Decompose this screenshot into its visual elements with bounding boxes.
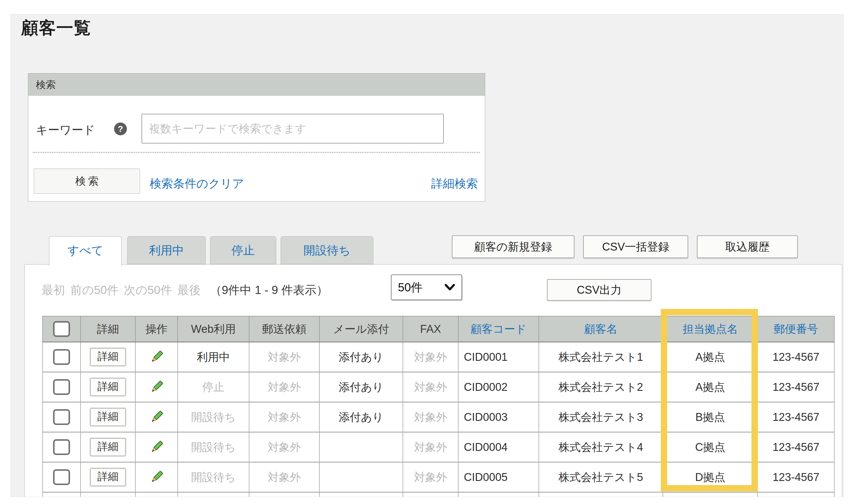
edit-pencil-icon[interactable] xyxy=(149,379,164,395)
cell-attach xyxy=(319,432,403,462)
header-zip[interactable]: 郵便番号 xyxy=(758,316,834,342)
pagination-next: 次の50件 xyxy=(124,282,172,298)
page-size-select[interactable]: 50件 xyxy=(391,274,462,300)
cell-attach: 添付あり xyxy=(319,342,403,372)
cell-fax: 対象外 xyxy=(403,462,458,492)
cell-zip: 123-4567 xyxy=(758,402,834,432)
header-detail: 詳細 xyxy=(81,316,135,342)
table-row: 詳細 停止 対象外 添付あり 対象外 CID0002 株式会社テスト2 A拠点 … xyxy=(42,372,834,402)
cell-code: CID0003 xyxy=(458,402,539,432)
detail-button[interactable]: 詳細 xyxy=(90,408,126,426)
table-row-partial xyxy=(42,492,834,497)
cell-branch: A拠点 xyxy=(663,342,758,372)
csv-export-button[interactable]: CSV出力 xyxy=(547,279,652,301)
table-row: 詳細 開設待ち 対象外 添付あり 対象外 CID0003 株式会社テスト3 B拠… xyxy=(42,402,834,432)
detail-button[interactable]: 詳細 xyxy=(90,348,126,366)
select-all-checkbox[interactable] xyxy=(53,321,70,337)
header-branch-name[interactable]: 担当拠点名 xyxy=(663,316,758,342)
table-row: 詳細 利用中 対象外 添付あり 対象外 CID0001 株式会社テスト1 A拠点… xyxy=(42,342,834,372)
select-row-checkbox[interactable] xyxy=(53,409,70,425)
cell-code: CID0001 xyxy=(458,342,539,372)
cell-code: CID0004 xyxy=(458,432,539,462)
edit-pencil-icon[interactable] xyxy=(149,409,164,425)
page-size-value: 50件 xyxy=(398,280,423,295)
select-row-checkbox[interactable] xyxy=(53,379,70,395)
keyword-label: キーワード xyxy=(36,122,95,138)
cell-zip: 123-4567 xyxy=(758,342,834,372)
cell-attach xyxy=(319,462,403,492)
header-customer-code[interactable]: 顧客コード xyxy=(458,316,539,342)
cell-branch: C拠点 xyxy=(663,432,758,462)
header-mailing: 郵送依頼 xyxy=(249,316,319,342)
select-row-checkbox[interactable] xyxy=(53,349,70,365)
edit-pencil-icon[interactable] xyxy=(149,349,164,365)
tab-all[interactable]: すべて xyxy=(49,236,122,266)
cell-web: 停止 xyxy=(178,372,249,402)
cell-fax: 対象外 xyxy=(403,402,458,432)
chevron-down-icon xyxy=(445,284,455,291)
select-row-checkbox[interactable] xyxy=(53,439,70,455)
cell-web: 利用中 xyxy=(178,342,249,372)
table-row: 詳細 開設待ち 対象外 対象外 CID0004 株式会社テスト4 C拠点 123… xyxy=(42,432,834,462)
edit-pencil-icon[interactable] xyxy=(149,439,164,455)
help-icon[interactable]: ? xyxy=(114,123,127,135)
detail-button[interactable]: 詳細 xyxy=(90,468,126,486)
csv-bulk-register-button[interactable]: CSV一括登録 xyxy=(583,235,688,258)
cell-name: 株式会社テスト3 xyxy=(539,402,663,432)
header-web: Web利用 xyxy=(178,316,249,342)
cell-zip: 123-4567 xyxy=(758,462,834,492)
new-customer-button[interactable]: 顧客の新規登録 xyxy=(452,235,574,258)
tab-suspended[interactable]: 停止 xyxy=(210,236,276,264)
pagination-last: 最後 xyxy=(177,282,201,298)
table-row: 詳細 開設待ち 対象外 対象外 CID0005 株式会社テスト5 D拠点 123… xyxy=(42,462,834,492)
header-action: 操作 xyxy=(135,316,178,342)
page-container: 顧客一覧 検索 キーワード ? 検索 検索条件のクリア 詳細検索 すべて 利用中… xyxy=(11,14,844,497)
pagination-summary: （9件中 1 - 9 件表示） xyxy=(210,282,328,298)
tab-in-use[interactable]: 利用中 xyxy=(127,236,206,264)
cell-web: 開設待ち xyxy=(178,432,249,462)
detail-button[interactable]: 詳細 xyxy=(90,378,126,396)
cell-mailing: 対象外 xyxy=(249,432,319,462)
header-customer-name[interactable]: 顧客名 xyxy=(539,316,663,342)
pagination-first: 最初 xyxy=(42,282,65,298)
cell-branch: D拠点 xyxy=(663,462,758,492)
clear-search-link[interactable]: 検索条件のクリア xyxy=(150,176,244,192)
pagination-prev: 前の50件 xyxy=(70,282,119,298)
cell-name: 株式会社テスト1 xyxy=(539,342,663,372)
cell-mailing: 対象外 xyxy=(249,462,319,492)
cell-web: 開設待ち xyxy=(178,462,249,492)
cell-attach: 添付あり xyxy=(319,372,403,402)
cell-zip: 123-4567 xyxy=(758,432,834,462)
import-history-button[interactable]: 取込履歴 xyxy=(697,235,798,258)
cell-fax: 対象外 xyxy=(403,342,458,372)
cell-mailing: 対象外 xyxy=(249,402,319,432)
pagination: 最初 前の50件 次の50件 最後 （9件中 1 - 9 件表示） xyxy=(42,277,328,303)
cell-name: 株式会社テスト5 xyxy=(539,462,663,492)
cell-zip: 123-4567 xyxy=(758,372,834,402)
search-button[interactable]: 検索 xyxy=(34,168,140,194)
header-select-all xyxy=(42,316,81,342)
header-fax: FAX xyxy=(403,316,458,342)
cell-branch: A拠点 xyxy=(663,372,758,402)
detail-button[interactable]: 詳細 xyxy=(90,438,126,456)
cell-web: 開設待ち xyxy=(178,402,249,432)
cell-name: 株式会社テスト2 xyxy=(539,372,663,402)
header-mail-attach: メール添付 xyxy=(319,316,403,342)
keyword-input[interactable] xyxy=(141,114,444,144)
cell-code: CID0005 xyxy=(458,462,539,492)
search-panel-header: 検索 xyxy=(28,73,485,96)
cell-attach: 添付あり xyxy=(319,402,403,432)
page-title: 顧客一覧 xyxy=(21,17,91,39)
cell-fax: 対象外 xyxy=(403,432,458,462)
tab-pending-open[interactable]: 開設待ち xyxy=(281,236,373,264)
search-divider xyxy=(33,152,480,153)
edit-pencil-icon[interactable] xyxy=(149,469,164,485)
customer-table: 詳細 操作 Web利用 郵送依頼 メール添付 FAX 顧客コード 顧客名 担当拠… xyxy=(42,316,835,497)
advanced-search-link[interactable]: 詳細検索 xyxy=(431,176,478,192)
cell-name: 株式会社テスト4 xyxy=(539,432,663,462)
select-row-checkbox[interactable] xyxy=(53,469,70,485)
cell-mailing: 対象外 xyxy=(249,342,319,372)
cell-mailing: 対象外 xyxy=(249,372,319,402)
cell-branch: B拠点 xyxy=(663,402,758,432)
table-header-row: 詳細 操作 Web利用 郵送依頼 メール添付 FAX 顧客コード 顧客名 担当拠… xyxy=(42,316,834,342)
